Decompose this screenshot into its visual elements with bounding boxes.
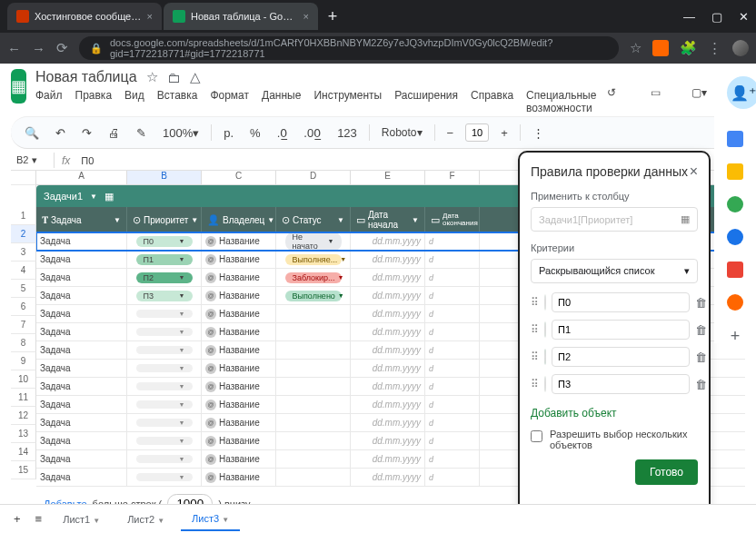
sheets-logo[interactable]: ▦ bbox=[11, 69, 26, 104]
menu-format[interactable]: Формат bbox=[210, 89, 249, 114]
forward-icon[interactable]: → bbox=[32, 41, 45, 56]
row-header[interactable]: 15 bbox=[11, 461, 36, 479]
drag-icon[interactable]: ⠿ bbox=[531, 378, 539, 390]
menu-icon[interactable]: ⋮ bbox=[708, 40, 721, 56]
close-icon[interactable]: × bbox=[690, 163, 698, 180]
color-swatch[interactable] bbox=[544, 349, 546, 365]
range-input[interactable]: Задачи1[Приоритет] ▦ bbox=[531, 207, 698, 232]
tab-active[interactable]: Новая таблица - Google Табл... × bbox=[164, 3, 318, 30]
allow-multi-checkbox[interactable]: Разрешить выбор нескольких объектов bbox=[531, 429, 698, 450]
tab-inactive[interactable]: Хостинговое сообщество «Ti... × bbox=[7, 3, 162, 30]
row-header[interactable]: 5 bbox=[11, 280, 36, 298]
col-header[interactable]: B bbox=[127, 171, 202, 184]
done-button[interactable]: Готово bbox=[635, 459, 698, 485]
delete-icon[interactable]: 🗑 bbox=[695, 350, 707, 364]
row-header[interactable]: 12 bbox=[11, 407, 36, 425]
calendar-icon[interactable] bbox=[727, 131, 743, 147]
share-button[interactable]: 👤⁺ bbox=[727, 76, 756, 109]
tasks-icon[interactable] bbox=[727, 196, 743, 212]
sheet-tab[interactable]: Лист3▼ bbox=[181, 508, 240, 531]
col-status[interactable]: ⊙Статус▼ bbox=[276, 207, 351, 232]
all-sheets-icon[interactable]: ≡ bbox=[31, 508, 47, 529]
cloud-icon[interactable]: △ bbox=[190, 69, 201, 85]
row-header[interactable]: 7 bbox=[11, 316, 36, 334]
reload-icon[interactable]: ⟳ bbox=[56, 40, 68, 56]
criteria-select[interactable]: Раскрывающийся список▾ bbox=[531, 259, 698, 283]
drag-icon[interactable]: ⠿ bbox=[531, 323, 539, 336]
checkbox[interactable] bbox=[531, 430, 542, 442]
print-icon[interactable]: 🖨 bbox=[104, 123, 124, 143]
dec-increase[interactable]: .00̲ bbox=[299, 123, 325, 143]
drag-icon[interactable]: ⠿ bbox=[531, 296, 539, 309]
close-icon[interactable]: × bbox=[147, 11, 153, 22]
menu-a11y[interactable]: Специальные возможности bbox=[526, 89, 596, 114]
sheet-tab[interactable]: Лист1▼ bbox=[52, 508, 111, 530]
option-input[interactable] bbox=[552, 292, 690, 312]
add-option-link[interactable]: Добавить объект bbox=[531, 407, 698, 419]
col-priority[interactable]: ⊙Приоритет▼ bbox=[127, 207, 202, 232]
row-header[interactable]: 2 bbox=[11, 225, 36, 243]
col-header[interactable]: C bbox=[202, 171, 276, 184]
col-datestart[interactable]: ▭Дата начала▼ bbox=[351, 207, 425, 232]
row-header[interactable]: 14 bbox=[11, 443, 36, 461]
doc-title[interactable]: Новая таблица bbox=[35, 69, 137, 85]
col-header[interactable]: D bbox=[276, 171, 351, 184]
option-input[interactable] bbox=[552, 374, 690, 394]
font-dec[interactable]: − bbox=[443, 123, 459, 143]
star-icon[interactable]: ☆ bbox=[146, 69, 158, 85]
color-swatch[interactable] bbox=[544, 321, 546, 338]
menu-edit[interactable]: Правка bbox=[75, 89, 113, 114]
menu-view[interactable]: Вид bbox=[124, 89, 144, 114]
close-window-icon[interactable]: ✕ bbox=[739, 10, 749, 24]
row-header[interactable]: 10 bbox=[11, 370, 36, 389]
meet-icon[interactable]: ▢▾ bbox=[683, 77, 714, 108]
formula-bar[interactable]: П0 bbox=[77, 155, 94, 166]
addon-icon[interactable] bbox=[727, 294, 743, 311]
col-header[interactable]: A bbox=[36, 171, 127, 184]
font-inc[interactable]: + bbox=[496, 123, 512, 143]
add-sheet-icon[interactable]: + bbox=[9, 508, 25, 529]
menu-tools[interactable]: Инструменты bbox=[313, 89, 382, 114]
delete-icon[interactable]: 🗑 bbox=[695, 296, 707, 310]
name-box[interactable]: B2 ▾ bbox=[11, 153, 55, 168]
maximize-icon[interactable]: ▢ bbox=[711, 10, 722, 24]
row-header[interactable]: 1 bbox=[11, 207, 36, 225]
row-header[interactable]: 13 bbox=[11, 425, 36, 443]
color-swatch[interactable] bbox=[544, 376, 546, 392]
row-header[interactable]: 9 bbox=[11, 352, 36, 370]
bookmark-icon[interactable]: ☆ bbox=[630, 40, 642, 56]
col-dateend[interactable]: ▭Дата окончания bbox=[425, 207, 480, 232]
menu-data[interactable]: Данные bbox=[262, 89, 301, 114]
close-icon[interactable]: × bbox=[303, 11, 309, 22]
contacts-icon[interactable] bbox=[727, 229, 743, 245]
get-addons-icon[interactable]: + bbox=[727, 327, 743, 343]
comments-icon[interactable]: ▭ bbox=[640, 77, 671, 108]
row-header[interactable]: 6 bbox=[11, 298, 36, 316]
currency-button[interactable]: р. bbox=[219, 123, 238, 143]
delete-icon[interactable]: 🗑 bbox=[695, 323, 707, 337]
history-icon[interactable]: ↺ bbox=[596, 77, 627, 108]
col-header[interactable]: E bbox=[351, 171, 425, 184]
new-tab-button[interactable]: + bbox=[320, 4, 345, 29]
col-task[interactable]: 𝐓Задача▼ bbox=[36, 207, 127, 232]
table-grid-icon[interactable]: ▦ bbox=[104, 191, 114, 202]
zoom-select[interactable]: 100% ▾ bbox=[158, 123, 204, 143]
menu-extensions[interactable]: Расширения bbox=[394, 89, 458, 114]
drag-icon[interactable]: ⠿ bbox=[531, 350, 539, 363]
row-header[interactable]: 8 bbox=[11, 334, 36, 352]
extension-icon[interactable] bbox=[652, 40, 669, 56]
extensions-icon[interactable]: 🧩 bbox=[680, 40, 697, 56]
keep-icon[interactable] bbox=[727, 163, 743, 180]
maps-icon[interactable] bbox=[727, 262, 743, 278]
percent-button[interactable]: % bbox=[245, 123, 265, 143]
minimize-icon[interactable]: — bbox=[683, 10, 695, 24]
back-icon[interactable]: ← bbox=[7, 41, 21, 56]
grid-select-icon[interactable]: ▦ bbox=[681, 213, 690, 225]
menu-insert[interactable]: Вставка bbox=[157, 89, 198, 114]
row-header[interactable]: 4 bbox=[11, 262, 36, 280]
undo-icon[interactable]: ↶ bbox=[51, 123, 70, 143]
row-header[interactable]: 11 bbox=[11, 389, 36, 407]
font-size-input[interactable] bbox=[465, 123, 489, 142]
font-select[interactable]: Roboto ▾ bbox=[377, 123, 427, 143]
sheet-tab[interactable]: Лист2▼ bbox=[116, 508, 175, 530]
